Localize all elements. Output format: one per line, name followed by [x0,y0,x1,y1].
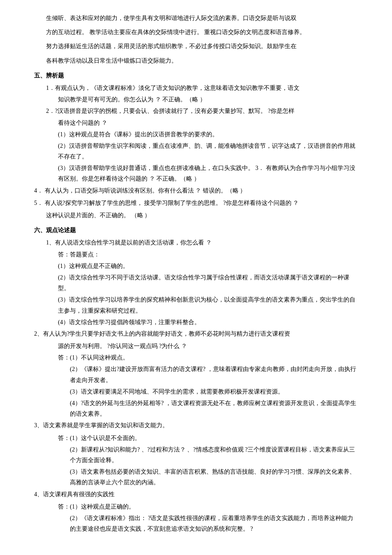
section6-q4-ans1: (2）《语文课程标准》指出： ?语文是实践性很强的课程，应着重培养学生的语文实践… [70,513,358,534]
section6-q1-ans4: (4）语文综合性学习提倡跨领域学习，注重学科整合。 [58,317,358,328]
intro-line-1: 生倾听、表达和应对的能力，使学生具有文明和谐地进行人际交流的素养。口语交际是听与… [34,13,358,23]
section6-q2-ans1: (2）《课标》提出?建设开放而富有活力的语文课程? ，意味着课程由专家走向教师，… [70,364,358,385]
section5-q5-cont: 这种认识是片面的、不正确的。 （略 ） [46,210,358,221]
intro-line-4: 各科教学活动以及日常生活中锻炼口语交际能力。 [34,55,358,66]
section6-q1-ans2: (2）语文综合性学习不同于语文活动课。语文综合性学习属于综合性课程，而语文活动课… [58,272,358,293]
section6-q1-answer-label: 答：答题要点： [58,249,358,260]
content: 生倾听、表达和应对的能力，使学生具有文明和谐地进行人际交流的素养。口语交际是听与… [34,13,358,534]
section5-title: 五、辨析题 [34,70,358,81]
section6-q1: 1、有人说语文综合性学习就是以前的语文活动课，你怎么看 ？ [46,237,358,248]
section5-q5: 5． 有人说?探究学习解放了学生的思维， 接受学习限制了学生的思维。 ?你是怎样… [34,198,358,208]
page: 生倾听、表达和应对的能力，使学生具有文明和谐地进行人际交流的素养。口语交际是听与… [0,0,392,555]
section5-q2-sub2: (2）汉语拼音帮助学生识字和阅读，重点在读准声、韵、调，能准确地拼读音节，识字达… [58,141,358,162]
section5-q2-cont: 看待这个问题的 ？ [58,118,358,128]
section6-q4: 4、语文课程具有很强的实践性 [34,489,358,500]
section6-q2-ans2: (3）语文课程要满足不同地域、不同学生的需求，就需要教师积极开发课程资源。 [70,386,358,397]
section6-q1-ans1: (1）这种观点是不正确的。 [58,261,358,271]
section6-q1-ans3: (3）语文综合性学习以培养学生的探究精神和创新意识为核心，以全面提高学生的语文素… [58,294,358,316]
section6-q2: 2、有人认为?学生只要学好语文书上的内容就能学好语文，教师不必花时间与精力进行语… [34,328,358,339]
section5-q2: 2．?汉语拼音是识字的拐棍，只要会认、会拼读就行了，没有必要大量抄写、默写。 ?… [46,106,358,116]
section5-q4: 4． 有人认为，口语交际与听说训练没有区别。你有什么看法 ？ 错误的。（略 ） [34,185,358,196]
section6-q4-answer-label: 答：(1）这种观点是正确的。 [58,501,358,512]
section6-q3-answer-label: 答：(1）这个认识是不全面的。 [58,433,358,443]
section6-q3-ans2: (3）语文素养包括必要的语文知识、丰富的语言积累、熟练的言语技能、良好的学习习惯… [70,466,358,488]
section6-q2-answer-label: 答：(1）不认同这种观点。 [58,352,358,363]
intro-line-3: 努力选择贴近生活的话题，采用灵活的形式组织教学，不必过多传授口语交际知识。鼓励学… [34,41,358,52]
section5-q1-cont: 知识教学是可有可无的。你怎么认为 ？ 不正确。（略 ） [58,94,358,105]
section6-q3-ans1: (2）新课程从?知识和能力? 、?过程和方法？ 、?情感态度和价值观 ?三个维度… [70,444,358,466]
section6-q2-cont: 源的开发与利用。 ?你认同这一观点吗 ?为什么 ？ [58,341,358,351]
section5-q1: 1．有观点认为，《语文课程标准》淡化了语文知识的教学，这意味着语文知识教学不重要… [46,83,358,93]
section6-q3: 3、语文素养就是学生掌握的语文知识和语文能力。 [34,420,358,431]
intro-line-2: 方的互动过程。 教学活动主要应在具体的交际情境中进行。 重视口语交际的文明态度和… [34,27,358,37]
section6-q2-ans3: (4）?语文的外延与生活的外延相等? ，语文课程资源无处不在，教师应树立课程资源… [70,398,358,419]
section6-title: 六、观点论述题 [34,225,358,236]
section5-q2-sub3: (3）汉语拼音帮助学生说好普通话，重点也在拼读准确上，在口头实践中。 3． 有教… [58,163,358,184]
section5-q2-sub1: (1）这种观点是符合《课标》提出的汉语拼音教学的要求的。 [58,129,358,140]
